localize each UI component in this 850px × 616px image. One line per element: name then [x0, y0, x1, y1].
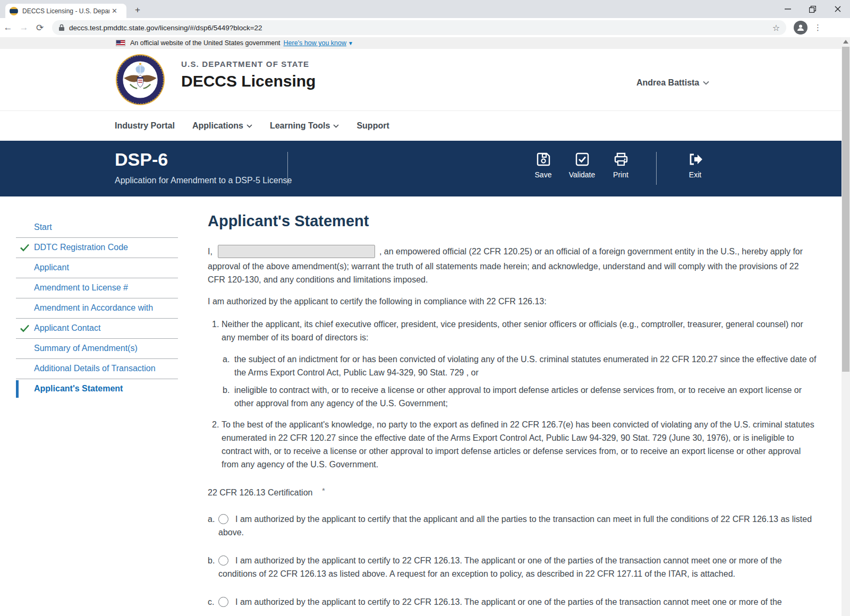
exit-icon — [687, 151, 703, 167]
primary-nav: Industry Portal Applications Learning To… — [0, 110, 850, 141]
lock-icon — [58, 24, 65, 31]
list-item: 1. Neither the applicant, its chief exec… — [208, 318, 817, 344]
scrollbar-thumb[interactable] — [842, 47, 849, 372]
sidebar-item-start[interactable]: Start — [16, 218, 178, 238]
divider — [656, 152, 657, 185]
required-asterisk: * — [322, 486, 325, 495]
site-favicon — [10, 7, 18, 15]
nav-industry-portal[interactable]: Industry Portal — [115, 121, 175, 131]
print-button[interactable]: Print — [601, 151, 640, 179]
site-header: U.S. DEPARTMENT OF STATE DECCS Licensing… — [0, 49, 850, 110]
form-code: DSP-6 — [115, 149, 168, 170]
window-minimize-button[interactable] — [775, 0, 800, 18]
radio-button[interactable] — [218, 514, 228, 524]
chevron-down-icon — [703, 81, 709, 85]
browser-toolbar: ← → ⟳ deccs.test.pmddtc.state.gov/licens… — [0, 18, 850, 37]
certification-option-b: b. I am authorized by the applicant to c… — [208, 554, 817, 580]
scrollbar-up-arrow[interactable] — [843, 40, 848, 44]
sidebar-item-additional-details[interactable]: Additional Details of Transaction — [16, 359, 178, 379]
save-icon — [536, 151, 551, 167]
active-indicator — [16, 380, 19, 398]
divider — [287, 152, 288, 185]
window-close-button[interactable] — [825, 0, 850, 18]
exit-button[interactable]: Exit — [676, 151, 715, 179]
window-restore-button[interactable] — [800, 0, 825, 18]
browser-menu-icon[interactable]: ⋮ — [814, 23, 822, 32]
page-title: Applicant's Statement — [208, 212, 817, 230]
url-text: deccs.test.pmddtc.state.gov/licensing/#/… — [69, 24, 768, 32]
chevron-down-icon: ▼ — [348, 40, 353, 46]
sidebar-item-amendment-to-license[interactable]: Amendment to License # — [16, 278, 178, 298]
empowered-official-name-input — [218, 245, 375, 258]
radio-button[interactable] — [218, 555, 228, 566]
address-bar[interactable]: deccs.test.pmddtc.state.gov/licensing/#/… — [52, 20, 786, 35]
form-title: Application for Amendment to a DSP-5 Lic… — [115, 176, 292, 185]
gov-banner-link[interactable]: Here's how you know — [284, 39, 346, 47]
reload-button[interactable]: ⟳ — [32, 22, 48, 33]
print-icon — [613, 151, 629, 167]
sidebar-item-amendment-in-accordance[interactable]: Amendment in Accordance with — [16, 298, 178, 319]
list-item: 2. To the best of the applicant's knowle… — [208, 418, 817, 471]
sidebar-item-applicant-contact[interactable]: Applicant Contact — [16, 319, 178, 339]
app-title: DECCS Licensing — [181, 72, 316, 90]
form-header-bar: DSP-6 Application for Amendment to a DSP… — [0, 141, 850, 196]
check-icon — [20, 243, 30, 252]
tab-title: DECCS Licensing - U.S. Departme — [22, 7, 109, 15]
certification-label-row: 22 CFR 126.13 Certification * — [208, 486, 817, 499]
user-menu[interactable]: Andrea Battista — [636, 78, 709, 88]
new-tab-button[interactable]: + — [135, 5, 140, 15]
nav-support[interactable]: Support — [356, 121, 389, 131]
browser-tab[interactable]: DECCS Licensing - U.S. Departme ✕ — [5, 4, 126, 18]
statement-paragraph: I,, an empowered official (22 CFR 120.25… — [208, 245, 817, 286]
list-item: b. ineligible to contract with, or to re… — [223, 383, 817, 410]
sub-list: a. the subject of an indictment for or h… — [223, 353, 817, 410]
certification-option-c: c. I am authorized by the applicant to c… — [208, 595, 817, 609]
forward-button[interactable]: → — [16, 22, 32, 33]
sidebar-item-applicant[interactable]: Applicant — [16, 258, 178, 278]
back-button[interactable]: ← — [0, 22, 16, 33]
sidebar-item-applicants-statement[interactable]: Applicant's Statement — [16, 379, 178, 399]
us-flag-icon — [116, 40, 125, 46]
radio-button[interactable] — [218, 597, 228, 607]
validate-check-icon — [574, 151, 590, 167]
check-icon — [20, 324, 30, 332]
gov-banner-text: An official website of the United States… — [130, 39, 280, 47]
usa-gov-banner: An official website of the United States… — [0, 37, 850, 49]
nav-learning-tools[interactable]: Learning Tools — [270, 121, 339, 131]
bookmark-star-icon[interactable]: ☆ — [772, 23, 780, 33]
form-main-panel: Applicant's Statement I,, an empowered o… — [178, 196, 850, 616]
list-item: a. the subject of an indictment for or h… — [223, 353, 817, 379]
sidebar-item-summary-of-amendments[interactable]: Summary of Amendment(s) — [16, 339, 178, 359]
certification-option-a: a. I am authorized by the applicant to c… — [208, 512, 817, 539]
page-scrollbar[interactable] — [842, 37, 850, 616]
chevron-down-icon — [246, 124, 252, 128]
tab-close-icon[interactable]: ✕ — [112, 7, 117, 15]
validate-button[interactable]: Validate — [563, 151, 601, 179]
chevron-down-icon — [333, 124, 339, 128]
browser-tab-bar: DECCS Licensing - U.S. Departme ✕ + — [0, 0, 850, 18]
form-section-nav: Start DDTC Registration Code Applicant A… — [16, 196, 178, 616]
user-name: Andrea Battista — [636, 78, 699, 88]
sidebar-item-ddtc-registration-code[interactable]: DDTC Registration Code — [16, 238, 178, 258]
nav-applications[interactable]: Applications — [192, 121, 252, 131]
profile-avatar[interactable] — [794, 21, 808, 35]
authorization-intro: I am authorized by the applicant to cert… — [208, 295, 817, 308]
agency-name: U.S. DEPARTMENT OF STATE — [181, 59, 316, 69]
save-button[interactable]: Save — [524, 151, 563, 179]
certification-label: 22 CFR 126.13 Certification — [208, 488, 312, 497]
department-of-state-seal — [115, 54, 166, 108]
